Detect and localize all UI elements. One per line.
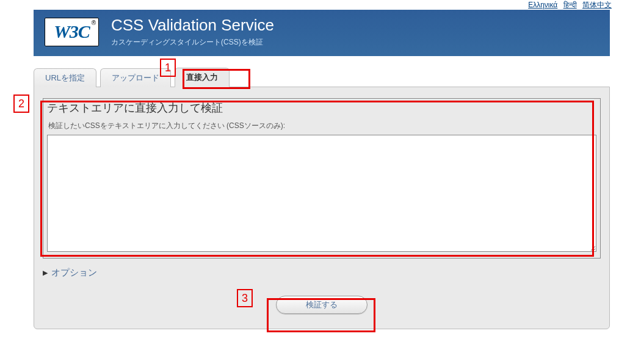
- submit-row: 検証する: [43, 296, 601, 314]
- section-hint: 検証したいCSSをテキストエリアに入力してください (CSSソースのみ):: [48, 121, 596, 131]
- page-subtitle: カスケーディングスタイルシート(CSS)を検証: [111, 37, 274, 48]
- tab-by-direct-input[interactable]: 直接入力: [175, 68, 230, 87]
- lang-link-greek[interactable]: Ελληνικά: [528, 1, 557, 9]
- options-label: オプション: [51, 267, 97, 279]
- banner: W3C ® CSS Validation Service カスケーディングスタイ…: [34, 10, 610, 56]
- banner-title-group: CSS Validation Service カスケーディングスタイルシート(C…: [111, 16, 274, 48]
- page-title: CSS Validation Service: [111, 16, 274, 35]
- registered-mark: ®: [92, 20, 96, 26]
- language-bar: Ελληνικά हिन्दी 简体中文: [524, 0, 612, 10]
- submit-button[interactable]: 検証する: [276, 296, 368, 314]
- lang-link-hindi[interactable]: हिन्दी: [563, 1, 577, 9]
- w3c-logo-text: W3C: [54, 21, 90, 42]
- lang-link-zh-simplified[interactable]: 简体中文: [582, 1, 612, 9]
- chevron-right-icon: ▶: [43, 269, 48, 277]
- direct-input-section: テキストエリアに直接入力して検証 検証したいCSSをテキストエリアに入力してくだ…: [43, 98, 601, 259]
- css-textarea[interactable]: [47, 135, 596, 252]
- options-toggle[interactable]: ▶ オプション: [43, 267, 601, 279]
- w3c-logo[interactable]: W3C ®: [45, 18, 99, 46]
- main-panel: テキストエリアに直接入力して検証 検証したいCSSをテキストエリアに入力してくだ…: [34, 87, 610, 329]
- tabs-row: URLを指定 アップロード 直接入力: [34, 67, 610, 87]
- annotation-number-1: 1: [160, 59, 176, 77]
- section-body: 検証したいCSSをテキストエリアに入力してください (CSSソースのみ):: [43, 121, 600, 258]
- annotation-number-3: 3: [237, 289, 253, 307]
- tab-by-uri[interactable]: URLを指定: [34, 68, 96, 87]
- annotation-number-2: 2: [13, 95, 29, 113]
- section-title: テキストエリアに直接入力して検証: [43, 99, 600, 117]
